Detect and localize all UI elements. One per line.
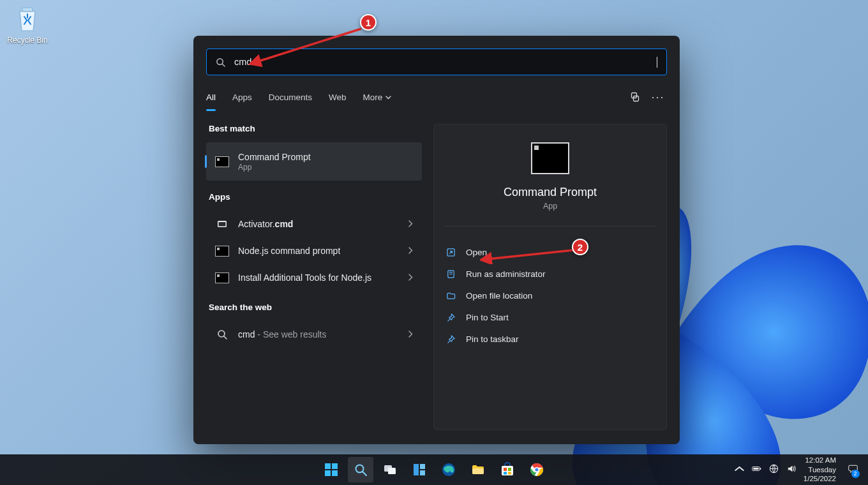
divider [444, 226, 656, 227]
result-title: Install Additional Tools for Node.js [238, 272, 371, 283]
clock-time: 12:02 AM [804, 456, 836, 465]
action-label: Open [466, 248, 487, 257]
tab-more[interactable]: More [363, 90, 392, 105]
action-label: Run as administrator [466, 269, 546, 279]
action-open-location[interactable]: Open file location [434, 285, 666, 306]
network-icon[interactable] [769, 464, 779, 476]
pin-icon [444, 334, 457, 344]
svg-rect-12 [332, 463, 338, 469]
recycle-bin-icon [13, 5, 41, 33]
taskbar-center [318, 457, 550, 482]
result-activator-cmd[interactable]: Activator.cmd [206, 211, 422, 237]
chevron-right-icon [408, 329, 413, 340]
svg-line-16 [363, 472, 367, 476]
tab-web[interactable]: Web [329, 90, 347, 105]
result-nodejs-tools[interactable]: Install Additional Tools for Node.js [206, 264, 422, 291]
svg-rect-19 [414, 464, 419, 475]
action-run-admin[interactable]: Run as administrator [434, 264, 666, 284]
pin-icon [444, 313, 457, 322]
detail-app-icon [531, 142, 569, 174]
app-icon [215, 217, 229, 231]
detail-title: Command Prompt [434, 186, 666, 199]
desktop-icon-recycle-bin[interactable]: Recycle Bin [5, 5, 50, 45]
section-apps: Apps [209, 192, 419, 202]
clock-day: Tuesday [804, 465, 836, 474]
svg-rect-28 [508, 472, 511, 475]
svg-rect-25 [504, 468, 507, 471]
open-icon [444, 248, 457, 257]
svg-rect-27 [504, 472, 507, 475]
recycle-bin-label: Recycle Bin [5, 36, 50, 45]
volume-icon[interactable] [786, 464, 796, 476]
svg-rect-20 [420, 464, 425, 469]
svg-rect-6 [219, 222, 226, 227]
edge-button[interactable] [436, 457, 461, 482]
text-caret [657, 57, 657, 68]
store-button[interactable] [495, 457, 520, 482]
action-pin-taskbar[interactable]: Pin to taskbar [434, 329, 666, 349]
notification-count: 2 [851, 470, 860, 478]
result-nodejs-prompt[interactable]: Node.js command prompt [206, 237, 422, 264]
svg-point-15 [356, 465, 364, 473]
tab-apps[interactable]: Apps [232, 90, 252, 105]
annotation-step2: 2 [572, 239, 588, 255]
svg-rect-34 [760, 468, 761, 470]
svg-rect-3 [632, 93, 637, 98]
svg-line-8 [224, 336, 227, 339]
result-title: Node.js command prompt [238, 246, 340, 256]
annotation-step1: 1 [360, 14, 377, 31]
chevron-right-icon [408, 245, 413, 257]
search-filter-tabs: All Apps Documents Web More ··· [206, 88, 667, 106]
system-tray: 12:02 AM Tuesday 1/25/2022 2 [735, 456, 862, 483]
svg-rect-21 [420, 470, 425, 475]
task-view-button[interactable] [377, 457, 403, 482]
chevron-right-icon [408, 218, 413, 230]
cmd-icon [215, 244, 229, 258]
svg-rect-23 [472, 468, 484, 474]
battery-icon[interactable] [752, 464, 761, 476]
svg-rect-13 [325, 470, 331, 476]
result-subtitle: App [238, 163, 311, 172]
svg-line-2 [222, 64, 225, 66]
result-command-prompt[interactable]: Command Prompt App [206, 142, 422, 181]
tab-documents[interactable]: Documents [269, 90, 312, 105]
svg-rect-4 [634, 96, 639, 101]
clock-date: 1/25/2022 [804, 474, 836, 483]
cmd-icon [215, 271, 229, 285]
svg-rect-0 [22, 8, 33, 11]
tray-overflow-icon[interactable] [735, 464, 744, 476]
action-open[interactable]: Open [434, 242, 666, 262]
explorer-button[interactable] [465, 457, 491, 482]
action-label: Pin to taskbar [466, 334, 519, 344]
chevron-down-icon [385, 92, 391, 101]
shield-icon [444, 269, 457, 279]
feedback-icon[interactable] [626, 88, 644, 106]
start-button[interactable] [318, 457, 344, 482]
notifications-button[interactable]: 2 [844, 461, 862, 479]
svg-rect-14 [332, 470, 338, 476]
cmd-icon [215, 154, 229, 168]
search-icon [216, 57, 225, 67]
section-search-web: Search the web [209, 302, 419, 312]
svg-rect-18 [388, 468, 396, 474]
more-options-icon[interactable]: ··· [649, 88, 667, 106]
result-title: cmd - See web results [238, 329, 327, 340]
result-web-search[interactable]: cmd - See web results [206, 321, 422, 348]
chat-icon: 2 [848, 464, 858, 476]
search-input[interactable] [234, 57, 657, 67]
taskbar-search-button[interactable] [348, 457, 373, 482]
section-best-match: Best match [209, 124, 419, 133]
start-search-panel: All Apps Documents Web More ··· Best mat… [193, 36, 680, 444]
chrome-button[interactable] [524, 457, 550, 482]
svg-rect-24 [502, 466, 513, 475]
chevron-right-icon [408, 272, 413, 283]
tab-all[interactable]: All [206, 90, 216, 105]
folder-icon [444, 291, 457, 301]
taskbar-clock[interactable]: 12:02 AM Tuesday 1/25/2022 [804, 456, 836, 483]
action-pin-start[interactable]: Pin to Start [434, 307, 666, 327]
search-detail-pane: Command Prompt App Open Run as administr… [433, 124, 667, 430]
result-title: Command Prompt [238, 152, 311, 162]
search-icon [215, 327, 229, 341]
search-box[interactable] [206, 48, 667, 75]
widgets-button[interactable] [407, 457, 432, 482]
